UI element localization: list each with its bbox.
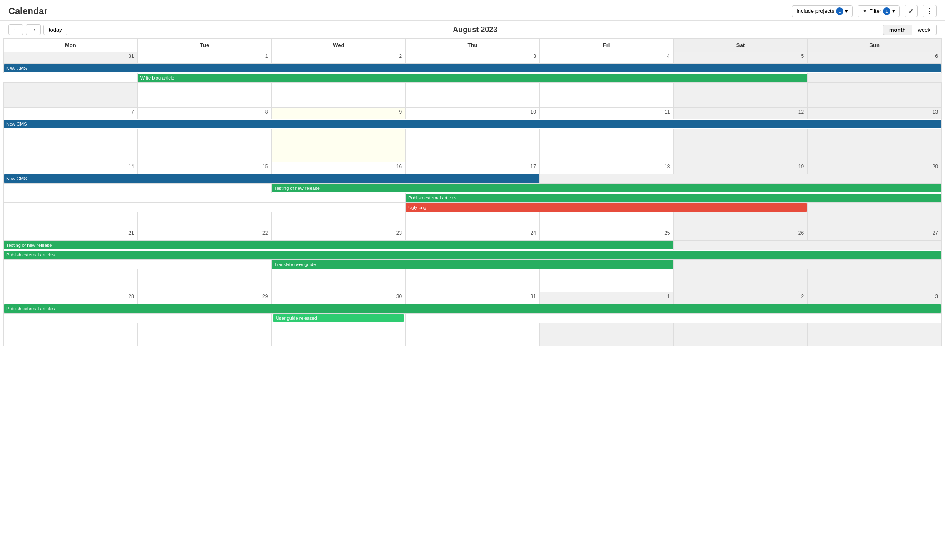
chevron-down-icon: ▾ [845,8,848,14]
filter-chevron-icon: ▾ [892,8,895,14]
week5-fill-5 [539,323,673,346]
more-button[interactable]: ⋮ [923,5,937,17]
day-4-aug[interactable]: 4 [539,52,673,64]
day-15-aug[interactable]: 15 [137,162,272,174]
day-7-aug[interactable]: 7 [4,108,138,119]
next-button[interactable]: → [26,24,41,35]
day-9-aug[interactable]: 9 [272,108,406,119]
testing-new-release-w3[interactable]: Testing of new release [272,184,941,192]
week2-filler [4,129,942,162]
day-26-aug[interactable]: 26 [673,229,808,241]
filter-badge: 1 [883,7,890,15]
day-17-aug[interactable]: 17 [406,162,540,174]
day-3-sep[interactable]: 3 [808,292,942,304]
week4-event2-row: Publish external articles [4,250,942,260]
week3-e4-fill [808,203,942,212]
ugly-bug-event[interactable]: Ugly bug [406,203,807,212]
calendar-table: Mon Tue Wed Thu Fri Sat Sun 31 1 2 3 4 5… [3,38,942,346]
days-header-row: Mon Tue Wed Thu Fri Sat Sun [4,39,942,52]
day-31-jul[interactable]: 31 [4,52,138,64]
day-5-aug[interactable]: 5 [673,52,808,64]
week4-fill-5 [539,269,673,292]
prev-button[interactable]: ← [8,24,23,35]
publish-external-w3[interactable]: Publish external articles [406,194,941,202]
include-projects-badge: 1 [836,7,843,15]
day-25-aug[interactable]: 25 [539,229,673,241]
user-guide-released-event[interactable]: User guide released [273,314,404,322]
day-10-aug[interactable]: 10 [406,108,540,119]
filter-icon: ▼ [862,8,868,14]
day-27-aug[interactable]: 27 [808,229,942,241]
col-thu: Thu [406,39,540,52]
week4-fill-6 [673,269,808,292]
week2-fill-7 [808,129,942,162]
week-view-button[interactable]: week [912,25,937,35]
day-30-aug[interactable]: 30 [272,292,406,304]
app-title: Calendar [8,6,47,17]
week4-daynum-row: 21 22 23 24 25 26 27 [4,229,942,241]
day-16-aug[interactable]: 16 [272,162,406,174]
col-fri: Fri [539,39,673,52]
day-24-aug[interactable]: 24 [406,229,540,241]
col-tue: Tue [137,39,272,52]
week5-fill-3 [272,323,406,346]
col-sun: Sun [808,39,942,52]
week2-fill-5 [539,129,673,162]
week4-fill-1 [4,269,138,292]
new-cms-event-w2[interactable]: New CMS [4,120,941,128]
week2-fill-2 [137,129,272,162]
view-buttons: month week [883,25,937,35]
filter-button[interactable]: ▼ Filter 1 ▾ [858,5,900,17]
day-22-aug[interactable]: 22 [137,229,272,241]
day-21-aug[interactable]: 21 [4,229,138,241]
week5-event2-row: User guide released [4,314,942,323]
day-1-aug[interactable]: 1 [137,52,272,64]
week3-fill-3 [272,212,406,229]
publish-external-w4[interactable]: Publish external articles [4,251,941,259]
write-blog-event[interactable]: Write blog article [138,74,808,82]
day-1-sep[interactable]: 1 [539,292,673,304]
day-14-aug[interactable]: 14 [4,162,138,174]
day-11-aug[interactable]: 11 [539,108,673,119]
week4-fill-4 [406,269,540,292]
include-projects-button[interactable]: Include projects 1 ▾ [792,5,853,17]
day-2-aug[interactable]: 2 [272,52,406,64]
week3-e1-fill [539,174,941,184]
col-wed: Wed [272,39,406,52]
col-mon: Mon [4,39,138,52]
week5-fill-1 [4,323,138,346]
day-12-aug[interactable]: 12 [673,108,808,119]
app-header: Calendar Include projects 1 ▾ ▼ Filter 1… [0,0,945,21]
week1-fill-2 [137,83,272,108]
day-28-aug[interactable]: 28 [4,292,138,304]
day-6-aug[interactable]: 6 [808,52,942,64]
week4-e1-fill [673,241,941,250]
week1-daynum-row: 31 1 2 3 4 5 6 [4,52,942,64]
today-button[interactable]: today [43,25,67,35]
new-cms-event-w3[interactable]: New CMS [4,174,539,183]
day-31-aug[interactable]: 31 [406,292,540,304]
include-projects-label: Include projects [796,8,834,14]
day-20-aug[interactable]: 20 [808,162,942,174]
day-23-aug[interactable]: 23 [272,229,406,241]
day-8-aug[interactable]: 8 [137,108,272,119]
day-2-sep[interactable]: 2 [673,292,808,304]
day-29-aug[interactable]: 29 [137,292,272,304]
new-cms-event-w1[interactable]: New CMS [4,64,941,72]
expand-button[interactable]: ⤢ [905,5,918,17]
translate-user-guide-event[interactable]: Translate user guide [272,260,673,269]
week5-filler [4,323,942,346]
month-view-button[interactable]: month [883,25,912,35]
day-3-aug[interactable]: 3 [406,52,540,64]
day-13-aug[interactable]: 13 [808,108,942,119]
day-19-aug[interactable]: 19 [673,162,808,174]
toolbar-right: Include projects 1 ▾ ▼ Filter 1 ▾ ⤢ ⋮ [792,5,937,17]
testing-new-release-w4[interactable]: Testing of new release [4,241,673,249]
week3-event1-row: New CMS [4,174,942,184]
publish-external-w5[interactable]: Publish external articles [4,304,941,313]
week5-e2-blank [4,314,272,323]
week3-event2-row: Testing of new release [4,184,942,193]
week1-fill-3 [272,83,406,108]
day-18-aug[interactable]: 18 [539,162,673,174]
week3-fill-5 [539,212,673,229]
